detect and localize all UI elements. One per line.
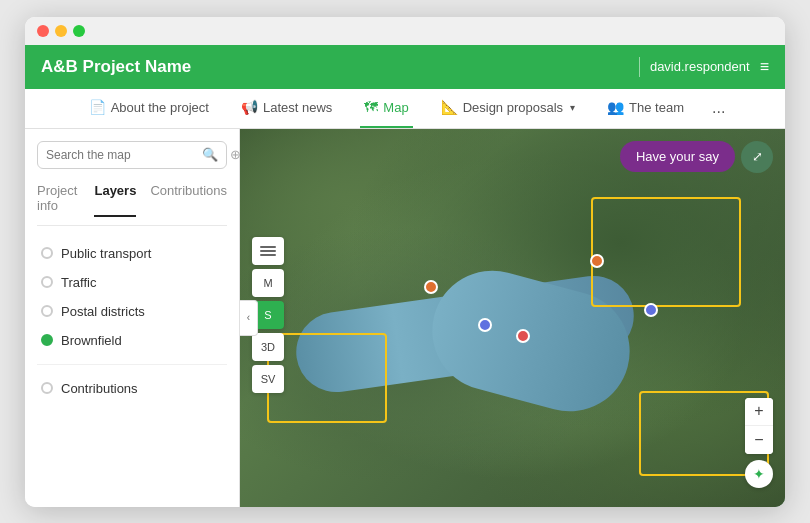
nav-item-proposals[interactable]: 📐 Design proposals ▾ xyxy=(437,89,579,128)
sidebar-collapse-button[interactable]: ‹ xyxy=(240,300,258,336)
share-icon: ⤢ xyxy=(752,149,763,164)
layer-item-public-transport[interactable]: Public transport xyxy=(37,240,227,267)
search-box[interactable]: 🔍 ⊕ xyxy=(37,141,227,169)
boundary-zone-2 xyxy=(591,197,741,307)
nav-label-map: Map xyxy=(383,100,408,115)
map-pin-2[interactable] xyxy=(516,329,530,343)
nav-item-team[interactable]: 👥 The team xyxy=(603,89,688,128)
tab-project-info[interactable]: Project info xyxy=(37,183,80,217)
layer-item-postal-districts[interactable]: Postal districts xyxy=(37,298,227,325)
layer-label-contributions: Contributions xyxy=(61,381,138,396)
share-button[interactable]: ⤢ xyxy=(741,141,773,173)
tab-layers[interactable]: Layers xyxy=(94,183,136,217)
list-line-3 xyxy=(260,254,276,256)
compass-button[interactable]: ✦ xyxy=(745,460,773,488)
map-icon: 🗺 xyxy=(364,99,378,115)
nav-bar: 📄 About the project 📢 Latest news 🗺 Map … xyxy=(25,89,785,129)
layer-label-traffic: Traffic xyxy=(61,275,96,290)
layer-item-traffic[interactable]: Traffic xyxy=(37,269,227,296)
window-close-dot[interactable] xyxy=(37,25,49,37)
list-line-2 xyxy=(260,250,276,252)
app-title: A&B Project Name xyxy=(41,57,639,77)
nav-item-news[interactable]: 📢 Latest news xyxy=(237,89,336,128)
mode-sv-button[interactable]: SV xyxy=(252,365,284,393)
more-label: ... xyxy=(712,99,725,116)
contributions-section: Contributions xyxy=(37,364,227,402)
nav-more-button[interactable]: ... xyxy=(712,99,725,117)
hamburger-icon[interactable]: ≡ xyxy=(760,58,769,76)
sidebar-tabs: Project info Layers Contributions xyxy=(37,183,227,226)
news-icon: 📢 xyxy=(241,99,258,115)
proposals-icon: 📐 xyxy=(441,99,458,115)
nav-label-news: Latest news xyxy=(263,100,332,115)
nav-label-proposals: Design proposals xyxy=(463,100,563,115)
header-right: david.respondent ≡ xyxy=(639,57,769,77)
nav-item-about[interactable]: 📄 About the project xyxy=(85,89,213,128)
layers-list-button[interactable] xyxy=(252,237,284,265)
mode-m-button[interactable]: M xyxy=(252,269,284,297)
search-icon[interactable]: 🔍 xyxy=(202,147,218,162)
team-icon: 👥 xyxy=(607,99,624,115)
dropdown-chevron-icon: ▾ xyxy=(570,102,575,113)
map-pin-5[interactable] xyxy=(644,303,658,317)
tab-contributions[interactable]: Contributions xyxy=(150,183,227,217)
layer-toggle-public-transport[interactable] xyxy=(41,247,53,259)
layer-toggle-contributions[interactable] xyxy=(41,382,53,394)
username: david.respondent xyxy=(650,59,750,74)
nav-item-map[interactable]: 🗺 Map xyxy=(360,89,412,128)
layer-label-brownfield: Brownfield xyxy=(61,333,122,348)
layer-label-postal-districts: Postal districts xyxy=(61,304,145,319)
app-window: A&B Project Name david.respondent ≡ 📄 Ab… xyxy=(25,17,785,507)
main-content: 🔍 ⊕ Project info Layers Contributions Pu… xyxy=(25,129,785,507)
map-pin-1[interactable] xyxy=(424,280,438,294)
nav-label-about: About the project xyxy=(111,100,209,115)
header-divider xyxy=(639,57,640,77)
title-bar xyxy=(25,17,785,45)
map-pin-4[interactable] xyxy=(478,318,492,332)
search-input[interactable] xyxy=(46,148,196,162)
map-area[interactable]: ‹ Have your say ⤢ M S 3D xyxy=(240,129,785,507)
map-pin-3[interactable] xyxy=(590,254,604,268)
zoom-out-button[interactable]: − xyxy=(745,426,773,454)
boundary-zone-1 xyxy=(267,333,387,423)
mode-3d-button[interactable]: 3D xyxy=(252,333,284,361)
layer-toggle-traffic[interactable] xyxy=(41,276,53,288)
map-satellite-bg: ‹ Have your say ⤢ M S 3D xyxy=(240,129,785,507)
have-your-say-button[interactable]: Have your say xyxy=(620,141,735,172)
layer-item-brownfield[interactable]: Brownfield xyxy=(37,327,227,354)
list-line-1 xyxy=(260,246,276,248)
layer-label-public-transport: Public transport xyxy=(61,246,151,261)
layer-toggle-brownfield[interactable] xyxy=(41,334,53,346)
layer-toggle-postal-districts[interactable] xyxy=(41,305,53,317)
nav-label-team: The team xyxy=(629,100,684,115)
window-maximize-dot[interactable] xyxy=(73,25,85,37)
app-header: A&B Project Name david.respondent ≡ xyxy=(25,45,785,89)
layer-item-contributions[interactable]: Contributions xyxy=(37,375,227,402)
layer-list: Public transport Traffic Postal district… xyxy=(37,240,227,354)
zoom-controls: + − xyxy=(745,398,773,454)
zoom-in-button[interactable]: + xyxy=(745,398,773,426)
sidebar: 🔍 ⊕ Project info Layers Contributions Pu… xyxy=(25,129,240,507)
window-minimize-dot[interactable] xyxy=(55,25,67,37)
about-icon: 📄 xyxy=(89,99,106,115)
